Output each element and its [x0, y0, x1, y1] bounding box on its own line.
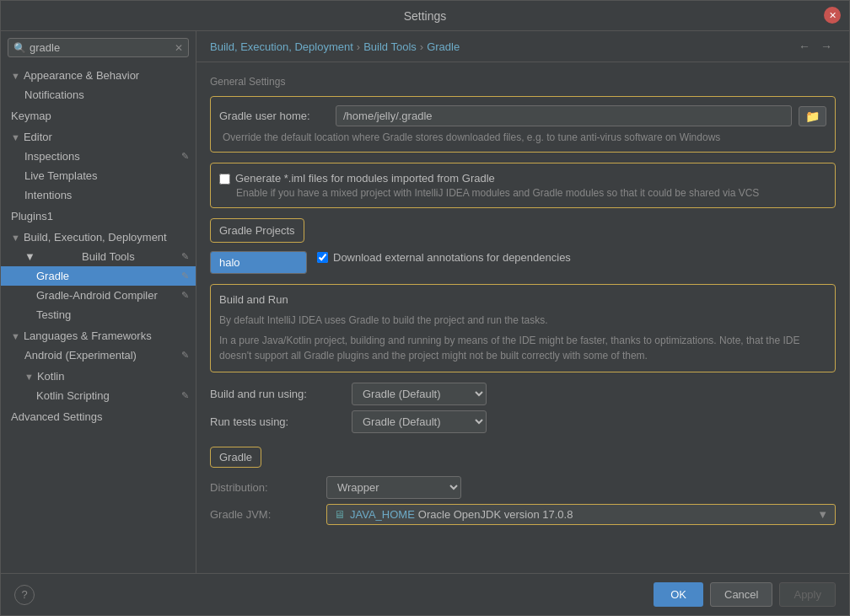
gradle-android-edit-icon: ✎ [181, 290, 189, 301]
generate-iml-box: Generate *.iml files for modules importe… [210, 163, 836, 208]
build-run-title: Build and Run [219, 293, 826, 306]
search-icon: 🔍 [13, 42, 26, 54]
build-run-box: Build and Run By default IntelliJ IDEA u… [210, 284, 836, 372]
search-box[interactable]: 🔍 ✕ [8, 38, 189, 57]
distribution-select[interactable]: Wrapper [326, 476, 461, 499]
nav-group-keymap[interactable]: Keymap [1, 104, 196, 126]
generate-iml-checkbox[interactable] [219, 174, 230, 185]
build-run-using-label: Build and run using: [210, 388, 345, 400]
general-settings-label: General Settings [210, 76, 836, 88]
jvm-icon: 🖥 [334, 508, 345, 521]
gradle-jvm-row: Gradle JVM: 🖥 JAVA_HOME Oracle OpenJDK v… [210, 504, 836, 525]
gradle-jvm-label: Gradle JVM: [210, 508, 320, 521]
project-item-halo[interactable]: halo [211, 252, 306, 273]
java-home-text: JAVA_HOME [350, 508, 415, 521]
breadcrumb-sep2: › [420, 40, 423, 53]
footer-left: ? [14, 585, 35, 605]
sidebar: 🔍 ✕ ▼ Appearance & Behavior Notification… [1, 31, 196, 573]
browse-button[interactable]: 📁 [799, 106, 826, 126]
nav-group-plugins[interactable]: Plugins 1 [1, 205, 196, 226]
back-button[interactable]: ← [795, 38, 814, 55]
gradle-jvm-value: Oracle OpenJDK version 17.0.8 [418, 508, 573, 521]
gradle-user-home-hint: Override the default location where Grad… [219, 131, 826, 143]
right-panel: Build, Execution, Deployment › Build Too… [196, 31, 849, 573]
close-button[interactable]: ✕ [824, 7, 841, 24]
run-tests-using-row: Run tests using: Gradle (Default) [210, 410, 836, 433]
download-annotations-label: Download external annotations for depend… [333, 251, 571, 264]
content-area: General Settings Gradle user home: 📁 Ove… [196, 62, 849, 573]
search-input[interactable] [30, 41, 175, 54]
sidebar-item-build-tools[interactable]: ▼ Build Tools ✎ [1, 247, 196, 266]
download-annotations-row: Download external annotations for depend… [317, 251, 836, 264]
forward-button[interactable]: → [817, 38, 836, 55]
build-tools-edit-icon: ✎ [181, 251, 189, 262]
sidebar-item-gradle-android[interactable]: Gradle-Android Compiler ✎ [1, 286, 196, 305]
project-list: halo [210, 251, 307, 274]
nav-group-languages[interactable]: ▼ Languages & Frameworks [1, 324, 196, 345]
breadcrumb-sep1: › [357, 40, 360, 53]
sidebar-item-kotlin-scripting[interactable]: Kotlin Scripting ✎ [1, 386, 196, 405]
breadcrumb-part3[interactable]: Gradle [427, 40, 460, 53]
title-bar: Settings ✕ [1, 1, 849, 31]
nav-group-editor[interactable]: ▼ Editor [1, 126, 196, 147]
breadcrumb-part2[interactable]: Build Tools [363, 40, 417, 53]
ok-button[interactable]: OK [654, 582, 703, 607]
build-run-using-select[interactable]: Gradle (Default) [352, 383, 487, 405]
plugins-badge: 1 [47, 210, 53, 222]
sidebar-item-testing[interactable]: Testing [1, 305, 196, 324]
sidebar-item-intentions[interactable]: Intentions [1, 185, 196, 205]
search-clear-icon[interactable]: ✕ [175, 42, 183, 54]
collapse-arrow-editor-icon: ▼ [11, 132, 20, 142]
run-tests-using-select[interactable]: Gradle (Default) [352, 410, 487, 433]
cancel-button[interactable]: Cancel [710, 582, 772, 607]
build-run-using-row: Build and run using: Gradle (Default) [210, 383, 836, 405]
collapse-arrow-build-icon: ▼ [11, 233, 20, 243]
gradle-user-home-input[interactable] [336, 105, 792, 126]
jvm-dropdown-arrow-icon: ▼ [817, 508, 828, 521]
project-right: Download external annotations for depend… [317, 251, 836, 274]
kotlin-scripting-edit-icon: ✎ [181, 390, 189, 401]
nav-section: ▼ Appearance & Behavior Notifications Ke… [1, 64, 196, 426]
footer-right: OK Cancel Apply [654, 582, 836, 607]
settings-dialog: Settings ✕ 🔍 ✕ ▼ Appearance & Behavior N… [0, 0, 850, 616]
build-run-text2: In a pure Java/Kotlin project, building … [219, 333, 826, 363]
breadcrumb-part1[interactable]: Build, Execution, Deployment [210, 40, 353, 53]
build-run-text1: By default IntelliJ IDEA uses Gradle to … [219, 313, 826, 328]
gradle-projects-label: Gradle Projects [210, 218, 304, 243]
sidebar-item-android[interactable]: Android (Experimental) ✎ [1, 345, 196, 365]
breadcrumb-bar: Build, Execution, Deployment › Build Too… [196, 31, 849, 62]
sidebar-item-inspections[interactable]: Inspections ✎ [1, 147, 196, 166]
help-button[interactable]: ? [14, 585, 35, 605]
download-annotations-checkbox[interactable] [317, 252, 328, 263]
apply-button[interactable]: Apply [779, 582, 836, 607]
sidebar-item-live-templates[interactable]: Live Templates [1, 166, 196, 185]
collapse-arrow-buildtools-icon: ▼ [24, 250, 35, 263]
sidebar-item-notifications[interactable]: Notifications [1, 85, 196, 104]
gradle-edit-icon: ✎ [181, 271, 189, 281]
generate-iml-hint: Enable if you have a mixed project with … [236, 187, 826, 199]
nav-group-appearance[interactable]: ▼ Appearance & Behavior [1, 64, 196, 85]
android-edit-icon: ✎ [181, 350, 189, 361]
generate-iml-label: Generate *.iml files for modules importe… [235, 172, 495, 185]
gradle-jvm-select[interactable]: 🖥 JAVA_HOME Oracle OpenJDK version 17.0.… [326, 504, 836, 525]
sidebar-item-gradle[interactable]: Gradle ✎ [1, 266, 196, 286]
main-content: 🔍 ✕ ▼ Appearance & Behavior Notification… [1, 31, 849, 573]
collapse-arrow-kotlin-icon: ▼ [24, 372, 34, 382]
breadcrumb-nav: ← → [795, 38, 836, 55]
gradle-user-home-row: Gradle user home: 📁 [219, 105, 826, 126]
distribution-label: Distribution: [210, 481, 320, 494]
run-tests-using-label: Run tests using: [210, 415, 345, 428]
edit-icon: ✎ [181, 151, 189, 162]
nav-group-advanced[interactable]: Advanced Settings [1, 405, 196, 426]
distribution-row: Distribution: Wrapper [210, 476, 836, 499]
nav-group-kotlin[interactable]: ▼ Kotlin [1, 365, 196, 386]
projects-section: halo Download external annotations for d… [210, 251, 836, 274]
collapse-arrow-lang-icon: ▼ [11, 331, 20, 341]
gradle-section-label: Gradle [210, 447, 261, 468]
generate-iml-row: Generate *.iml files for modules importe… [219, 172, 826, 185]
gradle-user-home-box: Gradle user home: 📁 Override the default… [210, 96, 836, 153]
collapse-arrow-icon: ▼ [11, 71, 20, 81]
nav-group-build[interactable]: ▼ Build, Execution, Deployment [1, 226, 196, 247]
dialog-title: Settings [404, 9, 447, 23]
gradle-user-home-label: Gradle user home: [219, 110, 329, 122]
